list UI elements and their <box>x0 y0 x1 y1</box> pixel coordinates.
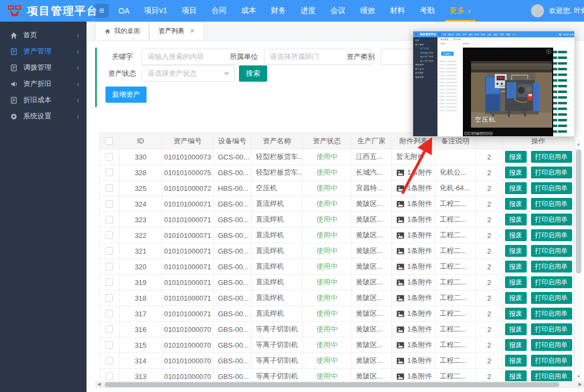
row-checkbox[interactable] <box>105 169 113 176</box>
print-enable-button[interactable]: 打印启用单 <box>531 323 572 335</box>
print-enable-button[interactable]: 打印启用单 <box>531 182 572 194</box>
scrap-button[interactable]: 报废 <box>505 308 527 320</box>
nav-item-11[interactable]: 考勤 <box>420 6 435 16</box>
keyword-input[interactable]: 请输入搜索的内容 <box>142 49 238 65</box>
scrap-button[interactable]: 报废 <box>505 151 527 163</box>
nav-item-5[interactable]: 成本 <box>241 6 256 16</box>
row-checkbox[interactable] <box>105 263 113 270</box>
sidebar-item-4[interactable]: 资产折旧‹ <box>0 76 87 92</box>
user-box[interactable]: 欢迎您, 叶炜 <box>531 0 584 22</box>
scrap-button[interactable]: 报废 <box>505 339 527 351</box>
attachment-link[interactable]: 1条附件 <box>396 246 432 256</box>
attachment-link[interactable]: 1条附件 <box>396 277 432 287</box>
nav-item-3[interactable]: 项目 <box>182 6 197 16</box>
scroll-down-icon[interactable]: ▼ <box>576 374 581 379</box>
scrap-button[interactable]: 报废 <box>505 167 527 178</box>
sidebar-item-6[interactable]: 系统设置‹ <box>0 108 87 124</box>
nav-item-1[interactable]: OA <box>118 6 129 15</box>
scrap-button[interactable]: 报废 <box>505 245 527 257</box>
print-enable-button[interactable]: 打印启用单 <box>531 261 572 273</box>
cell-attachment[interactable]: 1条附件 <box>392 275 435 290</box>
attachment-link[interactable]: 1条附件 <box>396 262 432 271</box>
cell-attachment[interactable]: 1条附件 <box>392 181 435 196</box>
sidebar-item-1[interactable]: 首页‹ <box>0 27 87 43</box>
search-button[interactable]: 搜索 <box>239 65 267 82</box>
cell-attachment[interactable]: 暂无附件 <box>392 149 435 164</box>
attachment-link[interactable]: 1条附件 <box>396 230 432 240</box>
row-checkbox[interactable] <box>105 153 113 161</box>
attachment-link[interactable]: 1条附件 <box>396 356 432 366</box>
nav-item-9[interactable]: 绩效 <box>360 6 375 16</box>
scroll-up-icon[interactable]: ▲ <box>576 142 581 147</box>
scrap-button[interactable]: 报废 <box>505 182 527 194</box>
attachment-link[interactable]: 暂无附件 <box>396 152 424 162</box>
cell-attachment[interactable]: 1条附件 <box>392 259 435 274</box>
print-enable-button[interactable]: 打印启用单 <box>531 245 572 257</box>
cell-attachment[interactable]: 1条附件 <box>392 212 435 227</box>
row-checkbox[interactable] <box>105 247 113 255</box>
scrap-button[interactable]: 报废 <box>505 229 527 241</box>
close-icon[interactable]: ✕ <box>190 28 195 35</box>
print-enable-button[interactable]: 打印启用单 <box>531 370 572 381</box>
print-enable-button[interactable]: 打印启用单 <box>531 355 572 367</box>
tab-asset-list[interactable]: 资产列表 ✕ <box>149 22 204 40</box>
sidebar-item-3[interactable]: 调拨管理‹ <box>0 59 87 76</box>
scrap-button[interactable]: 报废 <box>505 198 527 210</box>
attachment-link[interactable]: 1条附件 <box>396 215 432 224</box>
row-checkbox[interactable] <box>105 278 113 286</box>
vertical-scroll-thumb[interactable] <box>576 149 581 274</box>
app-logo[interactable]: 项目管理平台 <box>0 4 95 18</box>
vertical-scrollbar[interactable]: ▲ ▼ <box>574 139 582 381</box>
nav-item-10[interactable]: 材料 <box>390 6 405 16</box>
scrap-button[interactable]: 报废 <box>505 261 527 273</box>
row-checkbox[interactable] <box>105 341 113 349</box>
nav-item-8[interactable]: 会议 <box>330 6 346 16</box>
print-enable-button[interactable]: 打印启用单 <box>531 308 572 320</box>
attachment-link[interactable]: 1条附件 <box>396 293 432 303</box>
nav-item-6[interactable]: 财务 <box>271 6 286 16</box>
row-checkbox[interactable] <box>105 231 113 239</box>
preview-popup[interactable]: 项目管理平台 OA项目v1项目合同成本财务进度会议绩效材料考勤更多 欢迎您, 叶… <box>413 31 575 137</box>
cell-attachment[interactable]: 1条附件 <box>392 353 435 368</box>
attachment-link[interactable]: 1条附件 <box>396 340 432 350</box>
scrap-button[interactable]: 报废 <box>505 370 527 381</box>
cell-attachment[interactable]: 1条附件 <box>392 165 435 180</box>
row-checkbox[interactable] <box>105 200 113 208</box>
print-enable-button[interactable]: 打印启用单 <box>531 276 572 288</box>
cell-attachment[interactable]: 1条附件 <box>392 322 435 337</box>
print-enable-button[interactable]: 打印启用单 <box>531 214 572 225</box>
row-checkbox[interactable] <box>105 216 113 223</box>
horizontal-scroll-thumb[interactable] <box>105 382 559 387</box>
add-asset-button[interactable]: 新增资产 <box>105 87 147 103</box>
sidebar-item-5[interactable]: 折旧成本‹ <box>0 92 87 108</box>
scrap-button[interactable]: 报废 <box>505 292 527 304</box>
row-checkbox[interactable] <box>105 373 113 380</box>
cell-attachment[interactable]: 1条附件 <box>392 228 435 243</box>
print-enable-button[interactable]: 打印启用单 <box>531 151 572 163</box>
print-enable-button[interactable]: 打印启用单 <box>531 229 572 241</box>
cell-attachment[interactable]: 1条附件 <box>392 196 435 211</box>
cell-attachment[interactable]: 1条附件 <box>392 337 435 353</box>
attachment-link[interactable]: 1条附件 <box>396 309 432 318</box>
attachment-link[interactable]: 1条附件 <box>396 168 432 177</box>
print-enable-button[interactable]: 打印启用单 <box>531 339 572 351</box>
tab-my-desktop[interactable]: 我的桌面 <box>95 22 149 40</box>
attachment-link[interactable]: 1条附件 <box>396 183 432 193</box>
cell-attachment[interactable]: 1条附件 <box>392 290 435 305</box>
nav-more[interactable]: 更多 ∨ <box>449 0 471 22</box>
status-select[interactable]: 请选择资产状态 <box>142 65 235 82</box>
horizontal-scrollbar[interactable]: ◀ ▶ <box>95 381 584 388</box>
print-enable-button[interactable]: 打印启用单 <box>531 167 572 178</box>
nav-item-4[interactable]: 合同 <box>211 6 227 16</box>
nav-item-2[interactable]: 项目v1 <box>144 6 167 16</box>
scrap-button[interactable]: 报废 <box>505 355 527 367</box>
menu-toggle-icon[interactable]: ≡ <box>95 4 109 18</box>
row-checkbox[interactable] <box>105 357 113 364</box>
attachment-link[interactable]: 1条附件 <box>396 371 432 381</box>
row-checkbox[interactable] <box>105 294 113 302</box>
cell-attachment[interactable]: 1条附件 <box>392 306 435 321</box>
scrap-button[interactable]: 报废 <box>505 323 527 335</box>
cell-attachment[interactable]: 1条附件 <box>392 369 435 381</box>
attachment-link[interactable]: 1条附件 <box>396 199 432 209</box>
attachment-link[interactable]: 1条附件 <box>396 324 432 334</box>
